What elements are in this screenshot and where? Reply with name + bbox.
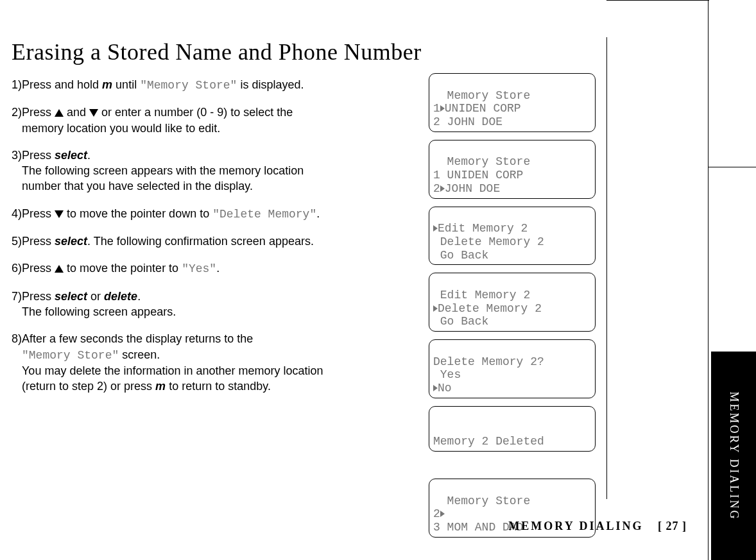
text: .: [316, 207, 320, 220]
pointer-icon: [433, 225, 438, 232]
step-number: 7): [12, 289, 22, 320]
pointer-icon: [433, 305, 438, 312]
pointer-icon: [433, 385, 438, 391]
step-number: 5): [12, 233, 22, 249]
lcd-line: Memory Store: [433, 89, 530, 102]
text: Press: [22, 290, 55, 303]
text: Press: [22, 235, 55, 248]
step-1: 1) Press and hold m until "Memory Store"…: [12, 77, 422, 93]
step-2: 2) Press and or enter a number (0 - 9) t…: [12, 105, 422, 136]
step-number: 3): [12, 148, 22, 194]
lcd-line: 1: [433, 102, 440, 115]
top-rule: [606, 0, 709, 1]
pointer-icon: [440, 185, 445, 192]
text: number that you have selected in the dis…: [22, 180, 253, 192]
lcd-screens-column: Memory Store 1UNIDEN CORP 2 JOHN DOE Mem…: [429, 73, 596, 549]
key-select: select: [55, 149, 87, 162]
text: and: [64, 106, 89, 119]
edge-rule: [708, 0, 709, 560]
page-footer: MEMORY DIALING [ 27 ]: [0, 520, 706, 533]
lcd-screen-2: Memory Store 1 UNIDEN CORP 2JOHN DOE: [429, 140, 596, 199]
lcd-screen-6: Memory 2 Deleted: [429, 406, 596, 452]
content-right-rule: [606, 37, 607, 499]
lcd-phrase: "Delete Memory": [212, 208, 316, 221]
lcd-line: JOHN DOE: [445, 182, 500, 195]
text: . The following confirmation screen appe…: [87, 235, 314, 248]
lcd-line: Edit Memory 2: [438, 222, 528, 235]
text: or: [87, 290, 104, 303]
lcd-line: Memory Store: [433, 155, 530, 168]
text: Press: [22, 207, 55, 220]
text: to return to standby.: [166, 380, 271, 393]
lcd-line: 2: [433, 507, 440, 520]
text: The following screen appears with the me…: [22, 164, 304, 177]
step-number: 1): [12, 77, 22, 93]
step-number: 6): [12, 260, 22, 276]
text: (return to step 2) or press: [22, 380, 155, 393]
text: The following screen appears.: [22, 305, 176, 318]
text: .: [216, 262, 219, 275]
lcd-line: Memory 2 Deleted: [433, 435, 544, 448]
text: is displayed.: [237, 78, 304, 91]
text: or enter a number (0 - 9) to select the: [98, 106, 293, 119]
section-tab-label: MEMORY DIALING: [727, 391, 741, 520]
lcd-screen-4: Edit Memory 2 Delete Memory 2 Go Back: [429, 273, 596, 332]
up-arrow-icon: [55, 109, 64, 117]
step-number: 2): [12, 105, 22, 136]
step-7: 7) Press select or delete. The following…: [12, 289, 422, 320]
key-select: select: [55, 290, 87, 303]
text: .: [87, 149, 90, 162]
mid-rule: [708, 167, 756, 167]
step-3: 3) Press select. The following screen ap…: [12, 148, 422, 194]
page-number: [ 27 ]: [658, 520, 687, 532]
lcd-screen-5: Delete Memory 2? Yes No: [429, 339, 596, 398]
text: Press: [22, 106, 55, 119]
text: Press: [22, 262, 55, 275]
lcd-line: Delete Memory 2?: [433, 355, 544, 368]
page-title: Erasing a Stored Name and Phone Number: [12, 38, 589, 65]
key-m: m: [102, 78, 112, 91]
step-number: 8): [12, 331, 22, 394]
lcd-line: Go Back: [433, 315, 488, 328]
text: Press and hold: [22, 78, 102, 91]
lcd-phrase: "Memory Store": [140, 79, 237, 92]
step-6: 6) Press to move the pointer to "Yes".: [12, 260, 422, 276]
lcd-line: Memory Store: [433, 495, 530, 507]
lcd-line: 2: [433, 182, 440, 195]
text: .: [137, 290, 141, 303]
lcd-phrase: "Memory Store": [22, 349, 119, 362]
text: to move the pointer down to: [64, 207, 212, 220]
down-arrow-icon: [55, 210, 64, 218]
footer-section: MEMORY DIALING: [508, 520, 643, 532]
step-5: 5) Press select. The following confirmat…: [12, 233, 422, 249]
text: After a few seconds the display returns …: [22, 332, 253, 345]
lcd-line: Yes: [433, 368, 461, 381]
text: screen.: [119, 348, 160, 361]
lcd-line: Edit Memory 2: [433, 289, 530, 301]
up-arrow-icon: [55, 265, 64, 273]
lcd-line: No: [438, 382, 452, 395]
text: memory location you would like to edit.: [22, 122, 220, 135]
lcd-line: 1 UNIDEN CORP: [433, 169, 523, 182]
section-tab: MEMORY DIALING: [711, 352, 756, 560]
step-number: 4): [12, 206, 22, 222]
lcd-screen-3: Edit Memory 2 Delete Memory 2 Go Back: [429, 207, 596, 266]
pointer-icon: [440, 511, 445, 517]
instruction-steps: 1) Press and hold m until "Memory Store"…: [12, 77, 422, 394]
pointer-icon: [440, 105, 445, 112]
text: Press: [22, 149, 55, 162]
down-arrow-icon: [89, 109, 98, 117]
text: to move the pointer to: [64, 262, 182, 275]
text: until: [112, 78, 140, 91]
lcd-line: Go Back: [433, 249, 488, 262]
key-select: select: [55, 235, 87, 248]
lcd-line: Delete Memory 2: [433, 235, 544, 248]
key-m: m: [155, 380, 166, 393]
lcd-line: Delete Memory 2: [438, 302, 542, 315]
lcd-screen-1: Memory Store 1UNIDEN CORP 2 JOHN DOE: [429, 73, 596, 132]
key-delete: delete: [104, 290, 137, 303]
step-4: 4) Press to move the pointer down to "De…: [12, 206, 422, 222]
lcd-phrase: "Yes": [182, 262, 216, 275]
lcd-line: UNIDEN CORP: [445, 102, 521, 115]
step-8: 8) After a few seconds the display retur…: [12, 331, 422, 394]
